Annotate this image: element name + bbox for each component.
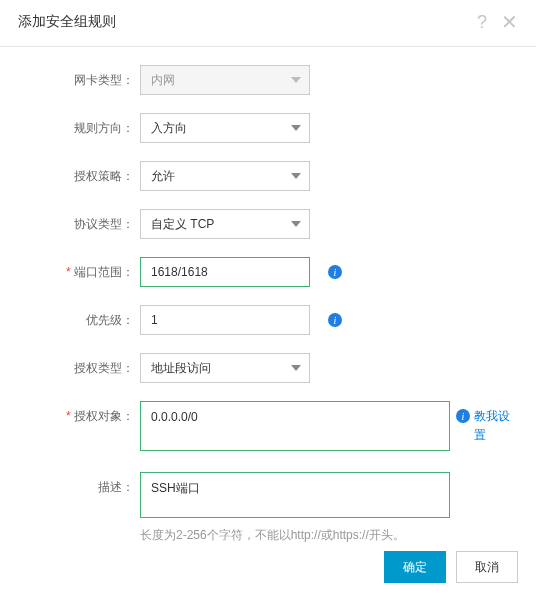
auth-type-select[interactable]: 地址段访问 xyxy=(140,353,310,383)
auth-type-label: 授权类型： xyxy=(20,353,140,377)
protocol-select[interactable]: 自定义 TCP xyxy=(140,209,310,239)
ok-button[interactable]: 确定 xyxy=(384,551,446,583)
help-icon[interactable]: ? xyxy=(477,13,487,31)
close-icon[interactable]: ✕ xyxy=(501,12,518,32)
auth-type-value: 地址段访问 xyxy=(151,360,211,377)
direction-select[interactable]: 入方向 xyxy=(140,113,310,143)
desc-label: 描述： xyxy=(20,472,140,496)
priority-label: 优先级： xyxy=(20,305,140,329)
dialog-footer: 确定 取消 xyxy=(384,551,518,583)
chevron-down-icon xyxy=(291,125,301,131)
policy-label: 授权策略： xyxy=(20,161,140,185)
port-range-label: 端口范围： xyxy=(20,257,140,281)
chevron-down-icon xyxy=(291,221,301,227)
nic-type-label: 网卡类型： xyxy=(20,65,140,89)
nic-type-value: 内网 xyxy=(151,72,175,89)
cancel-button[interactable]: 取消 xyxy=(456,551,518,583)
desc-hint: 长度为2-256个字符，不能以http://或https://开头。 xyxy=(140,527,450,544)
priority-input[interactable] xyxy=(140,305,310,335)
dialog-title: 添加安全组规则 xyxy=(18,13,116,31)
protocol-value: 自定义 TCP xyxy=(151,216,214,233)
nic-type-select: 内网 xyxy=(140,65,310,95)
direction-label: 规则方向： xyxy=(20,113,140,137)
auth-obj-input[interactable]: 0.0.0.0/0 xyxy=(140,401,450,451)
chevron-down-icon xyxy=(291,365,301,371)
port-range-input[interactable] xyxy=(140,257,310,287)
policy-value: 允许 xyxy=(151,168,175,185)
info-icon[interactable]: i xyxy=(328,313,342,327)
desc-input[interactable]: SSH端口 xyxy=(140,472,450,518)
auth-obj-label: 授权对象： xyxy=(20,401,140,425)
info-icon[interactable]: i xyxy=(456,409,470,423)
auth-obj-help-link[interactable]: 教我设置 xyxy=(474,407,514,445)
info-icon[interactable]: i xyxy=(328,265,342,279)
direction-value: 入方向 xyxy=(151,120,187,137)
policy-select[interactable]: 允许 xyxy=(140,161,310,191)
dialog-header: 添加安全组规则 ? ✕ xyxy=(0,0,536,47)
chevron-down-icon xyxy=(291,173,301,179)
dialog-body: 网卡类型： 内网 规则方向： 入方向 授权策略： 允许 xyxy=(0,47,536,544)
protocol-label: 协议类型： xyxy=(20,209,140,233)
chevron-down-icon xyxy=(291,77,301,83)
add-security-rule-dialog: 添加安全组规则 ? ✕ 网卡类型： 内网 规则方向： 入方向 xyxy=(0,0,536,544)
